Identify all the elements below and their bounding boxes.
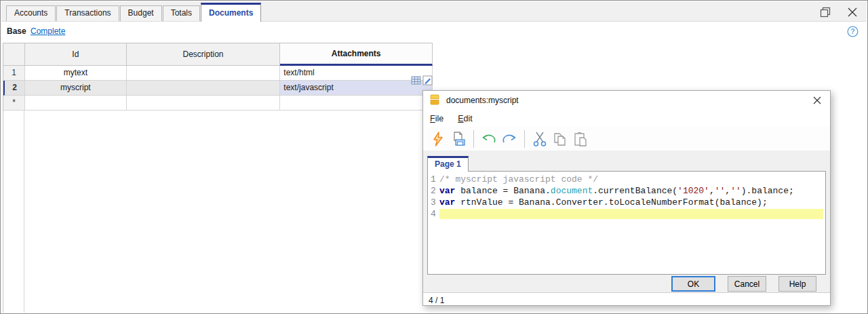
page-tab[interactable]: Page 1 — [427, 156, 469, 172]
window-controls — [818, 5, 860, 20]
redo-icon[interactable] — [499, 130, 519, 149]
app-window: Accounts Transactions Budget Totals Docu… — [0, 0, 868, 314]
row-number[interactable]: 2 — [3, 81, 25, 96]
dialog-titlebar[interactable]: documents:myscript — [423, 91, 830, 110]
tab-transactions[interactable]: Transactions — [56, 5, 119, 21]
cursor-position: 4 / 1 — [429, 296, 444, 305]
copy-icon[interactable] — [550, 130, 570, 149]
run-script-icon[interactable] — [428, 130, 448, 149]
header-description[interactable]: Description — [127, 43, 281, 66]
dialog-menubar: File Edit — [423, 110, 830, 127]
paste-icon[interactable] — [570, 130, 591, 149]
close-window-icon[interactable] — [845, 5, 860, 20]
print-icon[interactable] — [448, 130, 469, 149]
toolbar-separator — [524, 130, 525, 148]
table-header-row: Id Description Attachments — [3, 43, 433, 66]
cell-description[interactable] — [127, 81, 281, 96]
header-id[interactable]: Id — [25, 43, 127, 66]
tab-documents[interactable]: Documents — [201, 3, 261, 22]
code-line-current: 4 — [428, 208, 825, 220]
tab-budget[interactable]: Budget — [120, 5, 162, 21]
attachment-table-icon[interactable] — [411, 75, 421, 85]
documents-table: Id Description Attachments 1 mytext text… — [3, 43, 433, 111]
cell-edit-icons — [411, 75, 433, 85]
cancel-button[interactable]: Cancel — [728, 276, 766, 292]
cell-description[interactable] — [127, 66, 281, 81]
table-row-selected: 2 myscript text/javascript — [3, 81, 433, 96]
current-line-highlight — [439, 209, 823, 219]
undo-icon[interactable] — [479, 130, 499, 149]
code-editor[interactable]: 1 /* myscript javascript code */ 2 var b… — [427, 171, 826, 275]
view-base-label: Base — [7, 26, 26, 36]
restore-window-icon[interactable] — [818, 5, 833, 20]
header-row-number[interactable] — [3, 43, 25, 66]
view-complete-link[interactable]: Complete — [31, 26, 65, 36]
cut-icon[interactable] — [530, 130, 550, 149]
row-number-gutter — [3, 111, 24, 313]
cell-attachments[interactable]: text/html — [280, 66, 433, 81]
tab-bar: Accounts Transactions Budget Totals Docu… — [1, 1, 867, 22]
help-icon[interactable]: ? — [847, 26, 859, 37]
tab-accounts[interactable]: Accounts — [6, 5, 56, 21]
dialog-toolbar — [423, 127, 830, 151]
ok-button[interactable]: OK — [671, 276, 715, 292]
help-button[interactable]: Help — [778, 276, 816, 292]
cell-id[interactable]: myscript — [25, 81, 127, 96]
dialog-title: documents:myscript — [446, 96, 519, 105]
dialog-buttons: OK Cancel Help — [423, 276, 830, 292]
header-attachments[interactable]: Attachments — [280, 43, 433, 66]
attachment-edit-icon[interactable] — [422, 75, 433, 85]
cell-id[interactable]: mytext — [25, 66, 127, 81]
toolbar-separator — [473, 130, 474, 148]
cell-description[interactable] — [127, 96, 281, 111]
tab-totals[interactable]: Totals — [163, 5, 200, 21]
menu-file[interactable]: File — [430, 114, 443, 123]
dialog-statusbar: 4 / 1 — [423, 292, 830, 305]
script-editor-dialog: documents:myscript File Edit — [422, 90, 831, 306]
row-number[interactable]: * — [3, 96, 25, 111]
document-icon — [429, 94, 440, 107]
row-number[interactable]: 1 — [3, 66, 25, 81]
cell-attachments[interactable] — [280, 96, 433, 111]
table-row: 1 mytext text/html — [3, 66, 433, 81]
table-row-new: * — [3, 96, 433, 111]
svg-text:?: ? — [850, 28, 854, 35]
menu-edit[interactable]: Edit — [458, 114, 473, 123]
code-line: 2 var balance = Banana.document.currentB… — [428, 185, 825, 197]
code-line: 1 /* myscript javascript code */ — [428, 174, 825, 185]
view-bar: Base Complete ? — [1, 22, 867, 41]
dialog-close-icon[interactable] — [808, 92, 826, 109]
cell-attachments-active[interactable]: text/javascript — [280, 81, 433, 96]
code-line: 3 var rtnValue = Banana.Converter.toLoca… — [428, 197, 825, 208]
cell-id[interactable] — [25, 96, 127, 111]
